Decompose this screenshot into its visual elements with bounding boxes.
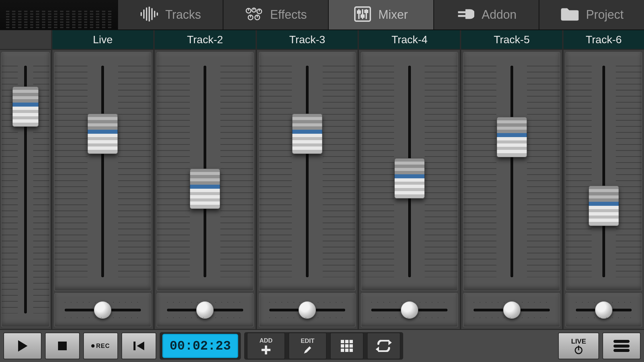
tab-label: Addon	[482, 8, 517, 22]
timecode-frame: 00:02:23	[160, 332, 241, 360]
track-name-label[interactable]: Track-6	[564, 30, 644, 50]
record-button[interactable]: REC	[83, 333, 118, 359]
volume-fader[interactable]	[361, 52, 458, 291]
add-button[interactable]: ADD	[247, 333, 285, 359]
stop-button[interactable]	[45, 333, 80, 359]
track-channel: Track-3	[256, 30, 358, 329]
tab-label: Tracks	[165, 8, 201, 22]
tab-addon[interactable]: Addon	[433, 0, 539, 29]
svg-marker-26	[18, 340, 28, 352]
svg-rect-23	[365, 10, 368, 12]
svg-rect-33	[345, 340, 348, 343]
plug-icon	[456, 7, 474, 22]
mixer-icon	[354, 6, 371, 23]
track-channel: Track-6	[562, 30, 644, 329]
loop-button[interactable]	[367, 333, 400, 359]
pan-slider[interactable]	[463, 293, 560, 327]
fader-cap[interactable]	[394, 158, 425, 198]
fader-cap[interactable]	[190, 169, 220, 209]
menu-button[interactable]	[602, 333, 641, 359]
track-name-label[interactable]: Track-2	[155, 30, 256, 50]
fader-cap[interactable]	[589, 186, 619, 226]
master-channel	[0, 30, 51, 329]
track-name-label[interactable]: Track-5	[461, 30, 562, 50]
fader-cap[interactable]	[292, 114, 322, 154]
rec-icon: REC	[91, 343, 110, 350]
track-name-label[interactable]: Track-4	[359, 30, 460, 50]
volume-fader[interactable]	[54, 52, 151, 291]
menu-icon	[613, 340, 630, 352]
rewind-button[interactable]	[121, 333, 156, 359]
track-channel: Track-2	[153, 30, 256, 329]
fader-cap[interactable]	[497, 117, 527, 157]
track-name-label[interactable]: Live	[52, 30, 153, 50]
volume-fader[interactable]	[157, 52, 254, 291]
timecode-display[interactable]: 00:02:23	[162, 334, 238, 358]
pan-slider[interactable]	[259, 293, 356, 327]
tab-effects[interactable]: Effects	[223, 0, 328, 29]
svg-rect-32	[341, 340, 344, 343]
svg-rect-36	[345, 344, 348, 348]
volume-fader[interactable]	[463, 52, 560, 291]
svg-rect-21	[361, 15, 364, 17]
pan-slider[interactable]	[157, 293, 254, 327]
pan-slider[interactable]	[566, 293, 642, 327]
volume-fader[interactable]	[566, 52, 642, 291]
tab-label: Project	[586, 8, 624, 22]
svg-rect-40	[350, 349, 353, 352]
loop-icon	[376, 340, 392, 352]
grid-icon	[340, 339, 354, 353]
edit-button[interactable]: EDIT	[288, 333, 327, 359]
svg-rect-34	[350, 340, 353, 343]
tab-tracks[interactable]: Tracks	[117, 0, 223, 29]
svg-marker-41	[388, 340, 392, 345]
effects-icon	[245, 7, 263, 23]
svg-rect-24	[458, 11, 466, 13]
svg-rect-28	[133, 342, 136, 350]
top-nav: Tracks Effects	[0, 0, 644, 30]
svg-rect-38	[341, 349, 344, 352]
tab-label: Mixer	[378, 8, 408, 22]
mixer-panel: LiveTrack-2Track-3Track-4Track-5Track-6	[0, 30, 644, 329]
svg-rect-31	[262, 349, 271, 351]
pan-slider[interactable]	[361, 293, 458, 327]
pan-knob[interactable]	[503, 301, 521, 319]
live-toggle-button[interactable]: LIVE	[558, 333, 599, 359]
track-channel: Track-5	[460, 30, 562, 329]
pan-knob[interactable]	[299, 301, 316, 319]
fader-cap[interactable]	[12, 86, 39, 127]
tab-label: Effects	[270, 8, 307, 22]
folder-icon	[560, 7, 579, 22]
track-channel: Live	[51, 30, 153, 329]
svg-rect-25	[458, 15, 466, 17]
pan-knob[interactable]	[595, 301, 612, 319]
play-button[interactable]	[3, 333, 42, 359]
transport-bar: REC 00:02:23 ADD EDIT	[0, 329, 644, 362]
svg-rect-35	[341, 344, 344, 348]
pan-knob[interactable]	[401, 301, 418, 319]
pan-knob[interactable]	[94, 301, 111, 319]
tab-mixer[interactable]: Mixer	[328, 0, 433, 29]
svg-rect-19	[358, 11, 360, 13]
power-icon	[574, 345, 583, 355]
svg-rect-27	[58, 342, 67, 350]
volume-fader[interactable]	[259, 52, 356, 291]
grid-button[interactable]	[330, 333, 364, 359]
svg-marker-42	[376, 347, 379, 352]
fader-cap[interactable]	[88, 114, 118, 154]
vu-meter	[0, 0, 117, 29]
plus-icon	[260, 345, 272, 355]
svg-rect-37	[350, 344, 353, 348]
svg-rect-39	[345, 349, 348, 352]
pencil-icon	[302, 345, 313, 355]
pan-slider[interactable]	[54, 293, 151, 327]
master-fader[interactable]	[1, 52, 50, 327]
track-name-label[interactable]: Track-3	[257, 30, 358, 50]
tab-project[interactable]: Project	[539, 0, 644, 29]
pan-knob[interactable]	[196, 301, 214, 319]
svg-marker-29	[137, 342, 144, 350]
track-channel: Track-4	[358, 30, 460, 329]
waveform-icon	[140, 7, 158, 23]
